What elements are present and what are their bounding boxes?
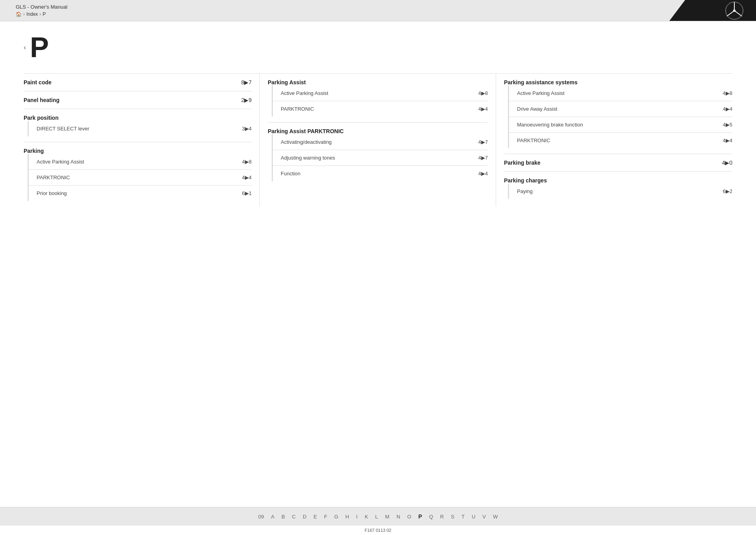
alpha-item-09[interactable]: 09 — [258, 514, 264, 520]
sub-entry-activating-deactivating: Activating/deactivating 4▶7 — [272, 134, 488, 150]
adjusting-warning-tones-page: 4▶7 — [478, 155, 488, 161]
parking-assist-sub-entries: Active Parking Assist 4▶8 PARKTRONIC 4▶4 — [268, 85, 488, 117]
alpha-item-g[interactable]: G — [334, 514, 338, 520]
entry-parking-assist-parktronic: Parking Assist PARKTRONIC Activating/dea… — [268, 123, 488, 187]
alpha-item-p[interactable]: P — [418, 513, 422, 520]
parktronic-2-page: 4▶4 — [478, 106, 488, 112]
parking-brake-label[interactable]: Parking brake — [504, 160, 541, 166]
parking-label[interactable]: Parking — [24, 148, 44, 154]
entry-parking-assist-header: Parking Assist — [268, 79, 488, 85]
direct-select-page: 3▶4 — [242, 126, 252, 132]
parking-assistance-systems-sub-entries: Active Parking Assist 4▶8 Drive Away Ass… — [504, 85, 732, 148]
paint-code-label[interactable]: Paint code — [24, 79, 52, 85]
footer: F167 0113 02 — [0, 526, 756, 535]
entry-parking-brake-header: Parking brake 4▶0 — [504, 160, 732, 166]
sub-entry-parktronic-2: PARKTRONIC 4▶4 — [272, 101, 488, 117]
park-position-label[interactable]: Park position — [24, 115, 59, 121]
parking-assist-parktronic-label[interactable]: Parking Assist PARKTRONIC — [268, 128, 344, 134]
sub-entry-active-parking-assist-3: Active Parking Assist 4▶8 — [508, 85, 732, 101]
alpha-item-d[interactable]: D — [303, 514, 306, 520]
breadcrumb-current: P — [43, 11, 46, 17]
alpha-item-v[interactable]: V — [482, 514, 486, 520]
entry-panel-heating: Panel heating 2▶9 — [24, 91, 252, 109]
breadcrumb-home[interactable]: 🏠 — [16, 11, 22, 17]
entry-parking-assistance-systems: Parking assistance systems Active Parkin… — [504, 74, 732, 154]
entry-parking-assist-parktronic-header: Parking Assist PARKTRONIC — [268, 128, 488, 134]
active-parking-assist-1-label[interactable]: Active Parking Assist — [37, 159, 84, 165]
header: GLS - Owner's Manual 🏠 › Index › P — [0, 0, 756, 21]
sub-entry-prior-booking: Prior booking 6▶1 — [28, 186, 252, 201]
parktronic-1-label[interactable]: PARKTRONIC — [37, 175, 70, 180]
alpha-item-r[interactable]: R — [440, 514, 444, 520]
active-parking-assist-2-label[interactable]: Active Parking Assist — [281, 90, 328, 96]
breadcrumb-sep-1: › — [23, 11, 25, 17]
parking-charges-label[interactable]: Parking charges — [504, 177, 547, 184]
function-label[interactable]: Function — [281, 171, 300, 176]
drive-away-assist-label[interactable]: Drive Away Assist — [517, 106, 557, 112]
entry-park-position: Park position DIRECT SELECT lever 3▶4 — [24, 109, 252, 142]
parktronic-2-label[interactable]: PARKTRONIC — [281, 106, 314, 112]
alpha-item-o[interactable]: O — [407, 514, 411, 520]
alpha-item-c[interactable]: C — [292, 514, 296, 520]
adjusting-warning-tones-label[interactable]: Adjusting warning tones — [281, 155, 335, 161]
sub-entry-direct-select: DIRECT SELECT lever 3▶4 — [28, 121, 252, 136]
parking-assistance-systems-label[interactable]: Parking assistance systems — [504, 79, 578, 85]
alpha-item-t[interactable]: T — [461, 514, 465, 520]
breadcrumb-sep-2: › — [39, 11, 41, 17]
alpha-item-s[interactable]: S — [451, 514, 454, 520]
entry-panel-heating-header: Panel heating 2▶9 — [24, 97, 252, 103]
column-3: Parking assistance systems Active Parkin… — [496, 74, 732, 206]
function-page: 4▶4 — [478, 171, 488, 176]
alpha-item-k[interactable]: K — [365, 514, 368, 520]
column-2: Parking Assist Active Parking Assist 4▶8… — [260, 74, 496, 206]
parktronic-1-page: 4▶4 — [242, 175, 252, 180]
alpha-item-a[interactable]: A — [271, 514, 274, 520]
paying-page: 6▶2 — [723, 188, 732, 194]
sub-entry-function: Function 4▶4 — [272, 166, 488, 181]
sub-entry-active-parking-assist-2: Active Parking Assist 4▶8 — [272, 85, 488, 101]
direct-select-label[interactable]: DIRECT SELECT lever — [37, 126, 89, 132]
alpha-item-n[interactable]: N — [397, 514, 400, 520]
prev-letter-button[interactable]: ‹ — [24, 43, 26, 52]
alpha-item-q[interactable]: Q — [429, 514, 433, 520]
parktronic-3-label[interactable]: PARKTRONIC — [517, 137, 550, 143]
sub-entry-drive-away-assist: Drive Away Assist 4▶4 — [508, 101, 732, 117]
alpha-item-i[interactable]: I — [356, 514, 358, 520]
alpha-item-h[interactable]: H — [345, 514, 349, 520]
sub-entry-paying: Paying 6▶2 — [508, 184, 732, 199]
entry-parking-header: Parking — [24, 148, 252, 154]
alpha-item-m[interactable]: M — [385, 514, 389, 520]
parking-assist-label[interactable]: Parking Assist — [268, 79, 306, 85]
column-1: Paint code 8▶7 Panel heating 2▶9 Park po… — [24, 74, 260, 206]
sub-entry-parktronic-3: PARKTRONIC 4▶4 — [508, 133, 732, 148]
activating-deactivating-label[interactable]: Activating/deactivating — [281, 139, 332, 145]
alpha-item-b[interactable]: B — [282, 514, 285, 520]
active-parking-assist-3-label[interactable]: Active Parking Assist — [517, 90, 565, 96]
alpha-item-u[interactable]: U — [472, 514, 475, 520]
main-content: ‹ P Paint code 8▶7 Panel heating 2▶9 — [0, 21, 756, 507]
index-grid: Paint code 8▶7 Panel heating 2▶9 Park po… — [24, 73, 732, 206]
entry-parking-brake: Parking brake 4▶0 — [504, 154, 732, 172]
panel-heating-label[interactable]: Panel heating — [24, 97, 59, 103]
breadcrumb: 🏠 › Index › P — [16, 11, 67, 17]
entry-parking-charges-header: Parking charges — [504, 177, 732, 184]
prior-booking-page: 6▶1 — [242, 190, 252, 196]
alpha-item-e[interactable]: E — [313, 514, 317, 520]
manoeuvering-brake-label[interactable]: Manoeuvering brake function — [517, 122, 583, 128]
alpha-item-f[interactable]: F — [324, 514, 327, 520]
alpha-item-l[interactable]: L — [375, 514, 378, 520]
mercedes-logo — [724, 1, 744, 20]
paying-label[interactable]: Paying — [517, 188, 533, 194]
entry-parking-assistance-systems-header: Parking assistance systems — [504, 79, 732, 85]
entry-parking-charges: Parking charges Paying 6▶2 — [504, 172, 732, 204]
panel-heating-page: 2▶9 — [241, 97, 252, 103]
logo-area — [669, 0, 756, 21]
svg-line-4 — [734, 11, 742, 16]
manoeuvering-brake-page: 4▶5 — [723, 122, 732, 128]
page-letter: P — [30, 33, 49, 61]
prior-booking-label[interactable]: Prior booking — [37, 190, 67, 196]
alpha-item-w[interactable]: W — [493, 514, 498, 520]
breadcrumb-index[interactable]: Index — [26, 11, 38, 17]
park-position-sub-entries: DIRECT SELECT lever 3▶4 — [24, 121, 252, 136]
drive-away-assist-page: 4▶4 — [723, 106, 732, 112]
